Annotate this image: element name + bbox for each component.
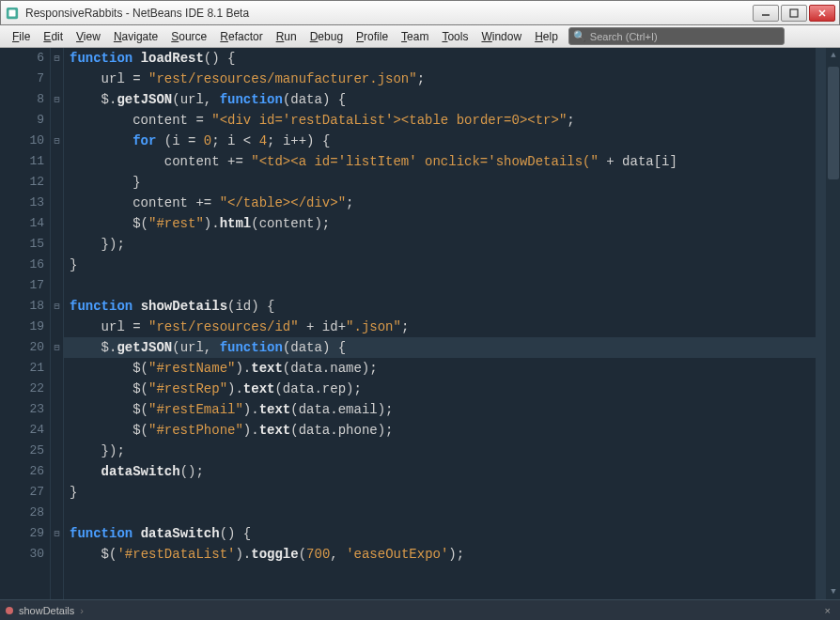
- breadcrumb-dot-icon: [6, 607, 13, 614]
- editor: 6789101112131415161718192021222324252627…: [0, 48, 840, 599]
- code-line[interactable]: $('#restDataList').toggle(700, 'easeOutE…: [70, 544, 840, 565]
- code-line[interactable]: for (i = 0; i < 4; i++) {: [70, 131, 840, 151]
- search-icon: 🔍: [573, 30, 586, 42]
- line-gutter: 6789101112131415161718192021222324252627…: [0, 48, 51, 599]
- error-stripe: [816, 48, 825, 599]
- fold-toggle[interactable]: [51, 48, 63, 69]
- code-line[interactable]: [70, 503, 840, 523]
- scroll-thumb[interactable]: [828, 67, 839, 179]
- fold-toggle[interactable]: [51, 337, 63, 358]
- menu-view[interactable]: View: [70, 27, 107, 46]
- code-line[interactable]: url = "rest/resources/id" + id+".json";: [70, 317, 840, 337]
- breadcrumb-item[interactable]: showDetails: [19, 605, 74, 616]
- menu-navigate[interactable]: Navigate: [107, 27, 164, 46]
- code-line[interactable]: $.getJSON(url, function(data) {: [70, 89, 840, 110]
- menu-edit[interactable]: Edit: [37, 27, 70, 46]
- code-line[interactable]: }: [70, 482, 840, 503]
- code-line[interactable]: function showDetails(id) {: [70, 296, 840, 317]
- menu-tools[interactable]: Tools: [435, 27, 474, 46]
- menu-file[interactable]: File: [6, 27, 37, 46]
- code-line[interactable]: dataSwitch();: [70, 461, 840, 482]
- breadcrumb-close-icon[interactable]: ×: [821, 605, 834, 616]
- svg-rect-1: [9, 9, 16, 16]
- code-line[interactable]: });: [70, 234, 840, 255]
- search-input[interactable]: [590, 31, 780, 42]
- window-title: ResponsiveRabbits - NetBeans IDE 8.1 Bet…: [25, 7, 753, 20]
- menu-profile[interactable]: Profile: [350, 27, 395, 46]
- code-line[interactable]: $("#restPhone").text(data.phone);: [70, 420, 840, 441]
- scroll-up-arrow[interactable]: ▲: [826, 48, 840, 63]
- code-line[interactable]: $("#rest").html(content);: [70, 213, 840, 234]
- svg-rect-3: [790, 9, 798, 17]
- code-line[interactable]: content += "</table></div>";: [70, 193, 840, 213]
- fold-toggle[interactable]: [51, 523, 63, 544]
- code-line[interactable]: content += "<td><a id='listItem' onclick…: [70, 151, 840, 172]
- titlebar: ResponsiveRabbits - NetBeans IDE 8.1 Bet…: [0, 0, 840, 25]
- menu-window[interactable]: Window: [474, 27, 528, 46]
- fold-toggle[interactable]: [51, 131, 63, 151]
- app-icon: [5, 6, 20, 21]
- menu-run[interactable]: Run: [270, 27, 303, 46]
- code-line[interactable]: $("#restEmail").text(data.email);: [70, 399, 840, 420]
- code-line[interactable]: url = "rest/resources/manufacturer.json"…: [70, 69, 840, 89]
- code-line[interactable]: $("#restName").text(data.name);: [70, 358, 840, 379]
- scroll-down-arrow[interactable]: ▼: [826, 584, 840, 599]
- menu-source[interactable]: Source: [164, 27, 213, 46]
- menu-refactor[interactable]: Refactor: [213, 27, 269, 46]
- fold-toggle[interactable]: [51, 89, 63, 110]
- menu-team[interactable]: Team: [395, 27, 435, 46]
- code-line[interactable]: content = "<div id='restDataList'><table…: [70, 110, 840, 131]
- fold-column: [51, 48, 64, 599]
- code-line[interactable]: $.getJSON(url, function(data) {: [64, 337, 840, 358]
- code-line[interactable]: function loadRest() {: [70, 48, 840, 69]
- fold-toggle[interactable]: [51, 296, 63, 317]
- code-line[interactable]: });: [70, 441, 840, 461]
- code-area[interactable]: function loadRest() { url = "rest/resour…: [64, 48, 840, 599]
- chevron-right-icon: ›: [80, 605, 84, 616]
- code-line[interactable]: }: [70, 172, 840, 193]
- maximize-button[interactable]: [781, 5, 807, 22]
- menubar: FileEditViewNavigateSourceRefactorRunDeb…: [0, 25, 840, 48]
- vertical-scrollbar[interactable]: ▲ ▼: [825, 48, 840, 599]
- close-button[interactable]: [809, 5, 835, 22]
- menu-debug[interactable]: Debug: [303, 27, 350, 46]
- code-line[interactable]: $("#restRep").text(data.rep);: [70, 379, 840, 399]
- search-box[interactable]: 🔍: [568, 27, 785, 45]
- code-line[interactable]: [70, 275, 840, 296]
- minimize-button[interactable]: [753, 5, 779, 22]
- code-line[interactable]: }: [70, 255, 840, 275]
- breadcrumb-bar: showDetails › ×: [0, 599, 840, 620]
- menu-help[interactable]: Help: [528, 27, 565, 46]
- code-line[interactable]: function dataSwitch() {: [70, 523, 840, 544]
